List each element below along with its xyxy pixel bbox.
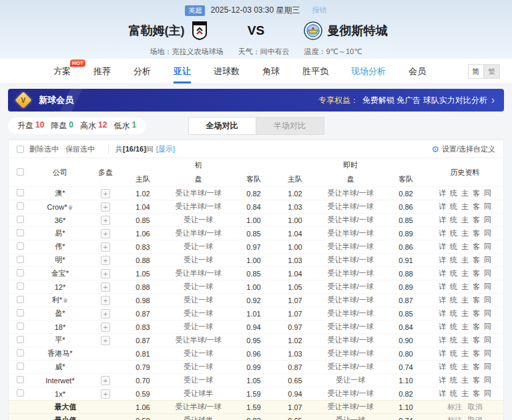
- multi-odds-button[interactable]: +: [101, 269, 110, 278]
- report-error-link[interactable]: 报错: [312, 5, 327, 15]
- multi-odds-button[interactable]: +: [101, 202, 110, 212]
- summary-link-标注[interactable]: 标注: [448, 416, 463, 420]
- row-checkbox[interactable]: [17, 189, 24, 196]
- history-link-详[interactable]: 详: [439, 242, 446, 250]
- history-link-统[interactable]: 统: [450, 323, 457, 331]
- vip-banner[interactable]: V 新球会员 专享权益： 免费解锁 免广告 球队实力对比分析 ›: [8, 89, 504, 112]
- multi-odds-button[interactable]: +: [101, 309, 110, 319]
- settings-button[interactable]: ⚙ 设置/选择自定义: [431, 144, 495, 154]
- history-link-主[interactable]: 主: [461, 376, 469, 384]
- history-link-客[interactable]: 客: [473, 323, 480, 331]
- row-checkbox[interactable]: [17, 389, 24, 397]
- history-link-详[interactable]: 详: [439, 363, 446, 371]
- history-link-同[interactable]: 同: [484, 389, 491, 397]
- history-link-详[interactable]: 详: [439, 189, 446, 197]
- row-checkbox[interactable]: [17, 242, 24, 250]
- history-link-客[interactable]: 客: [473, 376, 480, 384]
- history-link-同[interactable]: 同: [484, 309, 491, 317]
- history-link-客[interactable]: 客: [473, 189, 480, 197]
- multi-odds-button[interactable]: +: [101, 389, 110, 399]
- history-link-同[interactable]: 同: [484, 242, 491, 250]
- history-link-同[interactable]: 同: [484, 363, 491, 371]
- row-checkbox[interactable]: [17, 376, 24, 383]
- history-link-详[interactable]: 详: [439, 282, 446, 290]
- history-link-统[interactable]: 统: [450, 269, 457, 277]
- tab-分析[interactable]: 分析: [134, 59, 151, 83]
- row-checkbox[interactable]: [17, 296, 24, 303]
- history-link-主[interactable]: 主: [461, 323, 469, 331]
- tab-现场分析[interactable]: 现场分析: [351, 59, 386, 83]
- history-link-客[interactable]: 客: [473, 296, 480, 304]
- history-link-同[interactable]: 同: [484, 296, 491, 304]
- multi-odds-button[interactable]: +: [101, 242, 110, 252]
- history-link-同[interactable]: 同: [484, 282, 491, 290]
- lang-simplified-button[interactable]: 简: [468, 64, 484, 79]
- row-checkbox[interactable]: [17, 202, 24, 210]
- company-name[interactable]: 威*: [55, 363, 65, 371]
- history-link-客[interactable]: 客: [473, 216, 480, 224]
- history-link-主[interactable]: 主: [461, 242, 469, 250]
- history-link-同[interactable]: 同: [484, 229, 491, 237]
- company-name[interactable]: 香港马*: [47, 349, 72, 357]
- delete-selected-button[interactable]: 删除选中: [29, 144, 59, 154]
- company-name[interactable]: 盈*: [55, 309, 65, 317]
- history-link-统[interactable]: 统: [450, 202, 457, 210]
- history-link-详[interactable]: 详: [439, 202, 446, 210]
- row-checkbox[interactable]: [17, 363, 24, 370]
- history-link-客[interactable]: 客: [473, 282, 480, 290]
- history-link-主[interactable]: 主: [461, 309, 469, 317]
- row-checkbox[interactable]: [17, 323, 24, 330]
- multi-odds-button[interactable]: +: [101, 282, 110, 292]
- history-link-客[interactable]: 客: [473, 349, 480, 357]
- vip-benefits[interactable]: 专享权益： 免费解锁 免广告 球队实力对比分析 ›: [318, 94, 495, 106]
- history-link-统[interactable]: 统: [450, 349, 457, 357]
- history-link-统[interactable]: 统: [450, 336, 457, 344]
- history-link-主[interactable]: 主: [461, 216, 469, 224]
- history-link-同[interactable]: 同: [484, 216, 491, 224]
- history-link-主[interactable]: 主: [461, 296, 469, 304]
- history-link-同[interactable]: 同: [484, 336, 491, 344]
- history-link-客[interactable]: 客: [473, 336, 480, 344]
- history-link-统[interactable]: 统: [450, 296, 457, 304]
- history-link-详[interactable]: 详: [439, 256, 446, 264]
- history-link-详[interactable]: 详: [439, 216, 446, 224]
- history-link-同[interactable]: 同: [484, 256, 491, 264]
- half-match-toggle[interactable]: 半场对比: [256, 117, 324, 135]
- history-link-统[interactable]: 统: [450, 256, 457, 264]
- show-link[interactable]: [显示]: [156, 144, 175, 154]
- history-link-主[interactable]: 主: [461, 202, 469, 210]
- multi-odds-button[interactable]: +: [101, 296, 110, 305]
- history-link-统[interactable]: 统: [450, 229, 457, 237]
- history-link-详[interactable]: 详: [439, 349, 446, 357]
- keep-selected-button[interactable]: 保留选中: [65, 144, 95, 154]
- row-checkbox[interactable]: [17, 349, 24, 357]
- history-link-同[interactable]: 同: [484, 349, 491, 357]
- multi-odds-button[interactable]: +: [101, 336, 110, 345]
- history-link-客[interactable]: 客: [473, 269, 480, 277]
- history-link-客[interactable]: 客: [473, 363, 480, 371]
- company-name[interactable]: 利*: [52, 296, 62, 304]
- multi-odds-button[interactable]: +: [101, 323, 110, 332]
- row-checkbox[interactable]: [17, 282, 24, 290]
- row-checkbox[interactable]: [17, 216, 24, 223]
- history-link-主[interactable]: 主: [461, 189, 469, 197]
- history-link-统[interactable]: 统: [450, 309, 457, 317]
- company-name[interactable]: 明*: [55, 256, 65, 264]
- history-link-统[interactable]: 统: [450, 389, 457, 397]
- tab-亚让[interactable]: 亚让: [174, 59, 191, 83]
- lang-traditional-button[interactable]: 繁: [484, 64, 500, 79]
- company-name[interactable]: 1x*: [55, 390, 65, 398]
- full-match-toggle[interactable]: 全场对比: [188, 117, 256, 135]
- multi-odds-button[interactable]: +: [101, 189, 110, 198]
- company-name[interactable]: 伟*: [55, 242, 65, 250]
- history-link-同[interactable]: 同: [484, 376, 491, 384]
- summary-link-标注[interactable]: 标注: [448, 403, 463, 411]
- history-link-主[interactable]: 主: [461, 229, 469, 237]
- history-link-统[interactable]: 统: [450, 376, 457, 384]
- company-name[interactable]: 36*: [55, 216, 66, 224]
- row-checkbox[interactable]: [17, 256, 24, 263]
- company-name[interactable]: Interwet*: [45, 377, 74, 385]
- tab-会员[interactable]: 会员: [409, 59, 426, 83]
- history-link-客[interactable]: 客: [473, 256, 480, 264]
- history-link-主[interactable]: 主: [461, 389, 469, 397]
